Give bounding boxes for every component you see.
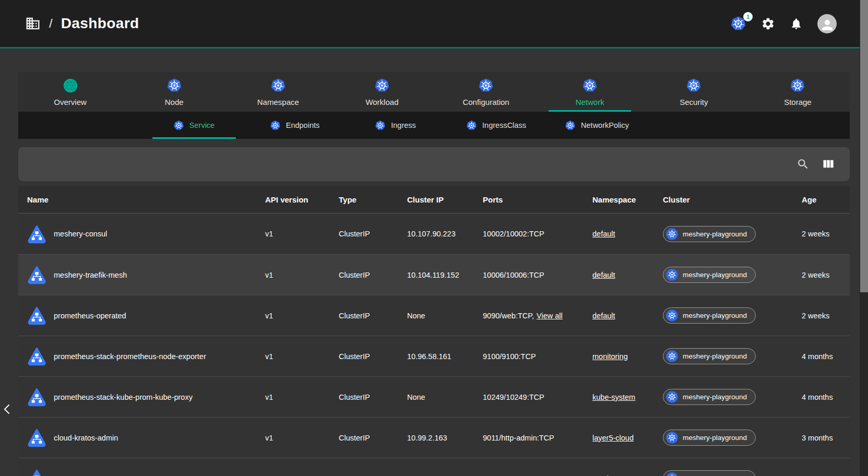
- tab-security[interactable]: Security: [642, 72, 746, 112]
- namespace-link[interactable]: default: [592, 230, 615, 238]
- cell-ports: 9090/web:TCP,View all: [483, 312, 592, 320]
- building-icon[interactable]: [25, 16, 41, 31]
- cluster-chip[interactable]: meshery-playground: [663, 470, 756, 476]
- subtab-ingress[interactable]: Ingress: [345, 112, 446, 139]
- column-header-age[interactable]: Age: [802, 195, 850, 204]
- cluster-chip[interactable]: meshery-playground: [663, 348, 756, 364]
- view-all-ports-link[interactable]: View all: [537, 312, 563, 320]
- kubernetes-icon: [582, 78, 598, 93]
- column-header-name[interactable]: Name: [18, 195, 265, 204]
- namespace-link[interactable]: monitoring: [592, 352, 628, 361]
- kubernetes-icon: [173, 120, 184, 131]
- cell-api-version: v1: [265, 393, 339, 401]
- main-content: Overview Node Namespace Workload Configu…: [0, 72, 868, 476]
- scrollbar-thumb[interactable]: [860, 0, 868, 292]
- namespace-link[interactable]: default: [592, 271, 615, 279]
- tab-overview[interactable]: Overview: [18, 72, 122, 112]
- column-header-type[interactable]: Type: [339, 195, 407, 204]
- subtab-endpoints[interactable]: Endpoints: [244, 112, 345, 139]
- cell-age: 4 months: [802, 393, 850, 401]
- tab-namespace[interactable]: Namespace: [226, 72, 330, 112]
- notifications-bell-icon: [790, 17, 803, 30]
- ports-value: 10006/10006:TCP: [483, 271, 544, 279]
- kubernetes-icon: [666, 350, 678, 362]
- table-row[interactable]: prometheus-stack-prometheus-node-exporte…: [18, 336, 850, 376]
- table-body: meshery-consul v1 ClusterIP 10.107.90.22…: [18, 213, 850, 476]
- kubernetes-icon: [270, 120, 281, 131]
- column-header-cluster-ip[interactable]: Cluster IP: [407, 195, 483, 204]
- cell-type: ClusterIP: [339, 434, 407, 442]
- cluster-chip[interactable]: meshery-playground: [663, 267, 756, 283]
- service-name: prometheus-stack-prometheus-node-exporte…: [54, 352, 206, 361]
- drawer-collapse-button[interactable]: [1, 402, 13, 418]
- namespace-link[interactable]: meshery: [592, 474, 622, 476]
- service-name: cloud-kratos-admin: [54, 434, 118, 442]
- cell-ports: 10006/10006:TCP: [483, 271, 592, 279]
- ports-value: 10002/10002:TCP: [483, 230, 544, 238]
- cluster-chip[interactable]: meshery-playground: [663, 226, 756, 242]
- cell-api-version: v1: [265, 271, 339, 279]
- network-subtabs: Service Endpoints Ingress IngressClass N…: [18, 112, 850, 139]
- kubernetes-icon: [666, 472, 678, 476]
- subtab-service[interactable]: Service: [144, 112, 244, 139]
- namespace-link[interactable]: layer5-cloud: [592, 434, 634, 442]
- service-icon: [27, 306, 46, 325]
- search-button[interactable]: [796, 158, 810, 171]
- table-row[interactable]: cloud-kratos-admin v1 ClusterIP 10.99.2.…: [18, 417, 850, 458]
- ports-value: 10249/10249:TCP: [483, 393, 544, 401]
- cell-cluster: meshery-playground: [663, 348, 802, 364]
- kubernetes-icon: [686, 78, 701, 93]
- tab-storage[interactable]: Storage: [746, 72, 850, 112]
- cell-ports: 10249/10249:TCP: [483, 393, 592, 401]
- column-header-ports[interactable]: Ports: [483, 195, 592, 204]
- subtab-label: Ingress: [391, 121, 416, 129]
- table-row[interactable]: meshery-traefik-mesh v1 ClusterIP 10.104…: [18, 254, 850, 295]
- cell-cluster-ip: 10.96.58.161: [407, 352, 483, 361]
- column-header-namespace[interactable]: Namespace: [592, 195, 663, 204]
- namespace-link[interactable]: kube-system: [592, 393, 635, 401]
- tab-workload[interactable]: Workload: [330, 72, 434, 112]
- settings-button[interactable]: [761, 17, 775, 31]
- service-icon: [27, 347, 46, 366]
- context-count-badge: 1: [743, 12, 753, 21]
- resource-tabs: Overview Node Namespace Workload Configu…: [18, 72, 850, 112]
- kubernetes-icon: [270, 78, 286, 93]
- table-row[interactable]: prometheus-operated v1 ClusterIP None 90…: [18, 295, 850, 336]
- subtab-ingressclass[interactable]: IngressClass: [446, 112, 546, 139]
- cluster-chip[interactable]: meshery-playground: [663, 307, 756, 324]
- cell-namespace: default: [592, 271, 663, 279]
- subtab-networkpolicy[interactable]: NetworkPolicy: [546, 112, 647, 139]
- cluster-chip[interactable]: meshery-playground: [663, 389, 756, 405]
- namespace-link[interactable]: default: [592, 312, 615, 320]
- user-avatar-button[interactable]: [817, 14, 837, 33]
- breadcrumb-separator: /: [49, 16, 53, 31]
- column-header-api-version[interactable]: API version: [265, 195, 339, 204]
- kubernetes-context-button[interactable]: 1: [730, 16, 746, 32]
- service-icon: [27, 224, 46, 244]
- notifications-button[interactable]: [790, 17, 803, 30]
- tab-network[interactable]: Network: [538, 72, 642, 112]
- service-icon: [27, 387, 46, 407]
- cell-api-version: v1: [265, 352, 339, 361]
- vertical-scrollbar: [860, 0, 868, 476]
- cell-cluster: meshery-playground: [663, 389, 802, 405]
- header-actions: 1: [730, 14, 837, 33]
- cluster-name: meshery-playground: [683, 434, 747, 442]
- cell-name: prometheus-stack-kube-prom-kube-proxy: [18, 387, 265, 407]
- cell-name: cloud-kratos-admin: [18, 428, 265, 447]
- table-row[interactable]: prometheus-stack-kube-prom-kube-proxy v1…: [18, 376, 850, 417]
- cluster-chip[interactable]: meshery-playground: [663, 430, 756, 446]
- table-toolbar: [18, 147, 850, 181]
- table-row[interactable]: meshery-consul v1 ClusterIP 10.107.90.22…: [18, 213, 850, 254]
- column-header-cluster[interactable]: Cluster: [663, 195, 802, 204]
- cluster-name: meshery-playground: [683, 393, 747, 401]
- tab-configuration[interactable]: Configuration: [434, 72, 538, 112]
- tab-node[interactable]: Node: [122, 72, 226, 112]
- column-view-button[interactable]: [821, 157, 835, 171]
- table-row[interactable]: meshery meshery-playground: [18, 458, 850, 476]
- table-header-row: Name API version Type Cluster IP Ports N…: [18, 186, 850, 213]
- tab-label: Configuration: [462, 98, 509, 106]
- service-icon: [27, 469, 46, 476]
- cell-name: prometheus-operated: [18, 306, 265, 325]
- person-icon: [819, 17, 835, 33]
